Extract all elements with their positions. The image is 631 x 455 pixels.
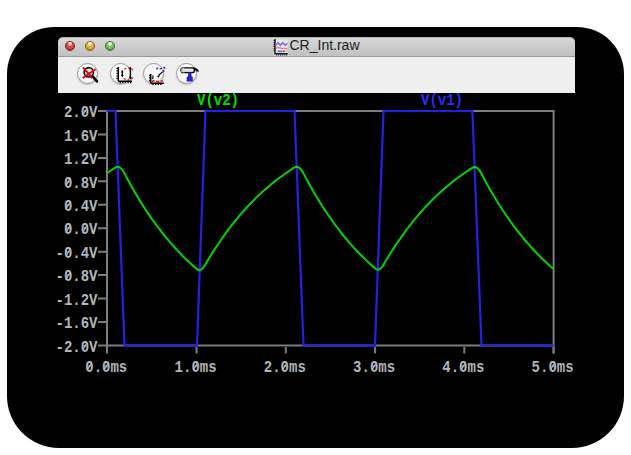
svg-text:-1.6V: -1.6V: [56, 316, 98, 333]
svg-text:V(v1): V(v1): [421, 92, 463, 109]
svg-text:1.2V: 1.2V: [64, 151, 98, 168]
svg-text:-0.4V: -0.4V: [56, 245, 98, 262]
svg-text:5.0ms: 5.0ms: [532, 359, 574, 376]
svg-text:2.0V: 2.0V: [64, 105, 98, 122]
svg-text:3.0ms: 3.0ms: [353, 359, 395, 376]
svg-text:-2.0V: -2.0V: [56, 339, 98, 356]
svg-text:0.0ms: 0.0ms: [85, 359, 127, 376]
svg-text:V(v2): V(v2): [197, 92, 239, 109]
svg-text:-0.8V: -0.8V: [56, 269, 98, 286]
svg-text:4.0ms: 4.0ms: [442, 359, 484, 376]
svg-text:0.0V: 0.0V: [64, 222, 98, 239]
svg-text:1.0ms: 1.0ms: [175, 359, 217, 376]
svg-text:2.0ms: 2.0ms: [264, 359, 306, 376]
svg-text:-1.2V: -1.2V: [56, 292, 98, 309]
svg-text:1.6V: 1.6V: [64, 128, 98, 145]
svg-text:0.8V: 0.8V: [64, 175, 98, 192]
svg-text:0.4V: 0.4V: [64, 198, 98, 215]
